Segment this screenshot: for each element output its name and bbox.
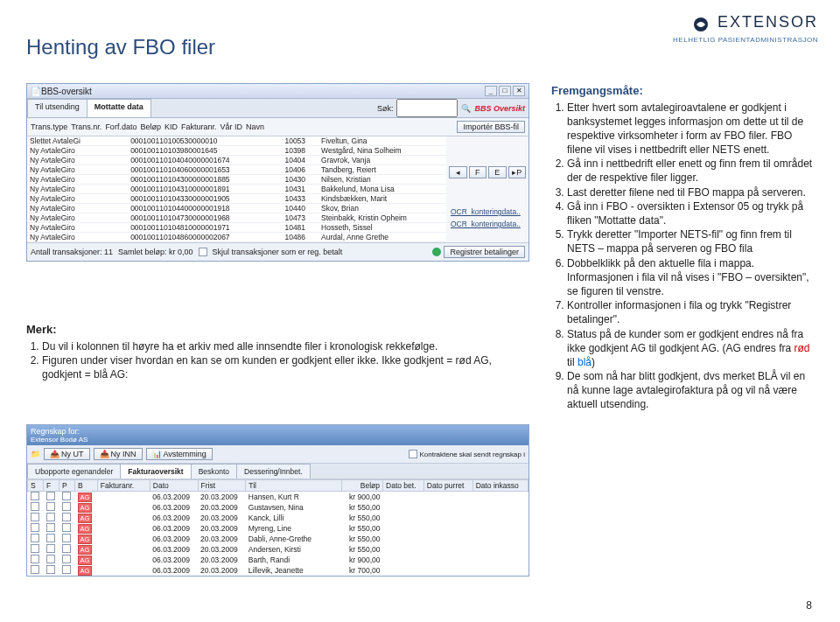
import-bbs-button[interactable]: Importér BBS-fil bbox=[457, 121, 525, 133]
table-row[interactable]: Ny AvtaleGiro00010011010398000164510398W… bbox=[27, 146, 446, 156]
col-fakturanr: Fakturanr. bbox=[181, 122, 217, 131]
transaction-count: Antall transaksjoner: 11 bbox=[31, 248, 113, 256]
brand-sub: HELHETLIG PASIENTADMINISTRASJON bbox=[673, 36, 818, 44]
table-row[interactable]: Ny AvtaleGiro000100110104810000001971104… bbox=[27, 223, 446, 233]
ag-badge: AG bbox=[78, 556, 93, 565]
minimize-button[interactable]: _ bbox=[485, 86, 497, 96]
table-row[interactable]: Ny AvtaleGiro000100110104330000001905104… bbox=[27, 194, 446, 204]
table-row[interactable]: AG06.03.200920.03.2009Dabli, Anne-Grethe… bbox=[28, 534, 528, 544]
fremgangsmate-section: Fremgangsmåte: Etter hvert som avtalegir… bbox=[551, 83, 814, 412]
table-row[interactable]: AG06.03.200920.03.2009Kanck, Lillikr 550… bbox=[28, 513, 528, 523]
table-row[interactable]: AG06.03.200920.03.2009Myreng, Linekr 550… bbox=[28, 523, 528, 534]
hide-paid-checkbox[interactable] bbox=[199, 248, 207, 256]
maximize-button[interactable]: □ bbox=[499, 86, 511, 96]
search-icon[interactable]: 🔍 bbox=[461, 104, 471, 113]
faktura-header: Regnskap for: Extensor Bodø AS bbox=[27, 425, 528, 445]
table-row[interactable]: AG06.03.200920.03.2009Andersen, Kirstikr… bbox=[28, 544, 528, 555]
table-row[interactable]: Slettet AvtaleGi000100110100530000010100… bbox=[27, 136, 446, 146]
tab-mottatte-data[interactable]: Mottatte data bbox=[87, 99, 151, 117]
merk-heading: Merk: bbox=[26, 322, 516, 338]
tab-til-utsending[interactable]: Til utsending bbox=[27, 99, 88, 117]
col-dato: Dato bbox=[150, 480, 198, 492]
search-label: Søk: bbox=[377, 104, 394, 113]
merk-section: Merk: Du vil i kolonnen til høyre ha et … bbox=[26, 322, 516, 381]
col-datobet: Dato bet. bbox=[383, 480, 424, 492]
nav-e-button[interactable]: E bbox=[488, 166, 507, 178]
bbs-data-table: Slettet AvtaleGi000100110100530000010100… bbox=[27, 136, 446, 242]
window-title: BBS-oversikt bbox=[41, 87, 485, 96]
ny-inn-button[interactable]: 📥 Ny INN bbox=[94, 448, 143, 460]
ag-badge: AG bbox=[78, 566, 93, 576]
register-payments-button[interactable]: Registrer betalinger bbox=[444, 246, 525, 258]
table-row[interactable]: Ny AvtaleGiro000100110104860000002067104… bbox=[27, 233, 446, 242]
col-transtype: Trans.type bbox=[31, 122, 67, 131]
table-row[interactable]: Ny AvtaleGiro000100110104400000001918104… bbox=[27, 204, 446, 213]
check-icon bbox=[432, 248, 441, 256]
folder-icon[interactable]: 📁 bbox=[31, 450, 40, 458]
file-link-1[interactable]: OCR_konteringdata.. bbox=[449, 206, 526, 217]
nav-p-button[interactable]: ▸P bbox=[508, 166, 527, 178]
tab-beskonto[interactable]: Beskonto bbox=[191, 464, 237, 479]
col-p: P bbox=[60, 480, 75, 492]
ag-badge: AG bbox=[78, 503, 93, 513]
frem-item: Last deretter filene ned til FBO mappa p… bbox=[567, 185, 814, 199]
frem-item: De som nå har blitt godkjent, dvs merket… bbox=[567, 369, 814, 412]
frem-item: Etter hvert som avtalegiroavtalene er go… bbox=[567, 101, 814, 157]
nav-first-button[interactable]: ◂ bbox=[449, 166, 467, 178]
tab-dessering[interactable]: Dessering/Innbet. bbox=[236, 464, 311, 479]
page-number: 8 bbox=[806, 599, 812, 612]
col-b: B bbox=[75, 480, 98, 492]
faktura-header-company: Extensor Bodø AS bbox=[31, 436, 525, 444]
col-frist: Frist bbox=[198, 480, 246, 492]
col-kid: KID bbox=[164, 122, 178, 131]
col-f: F bbox=[44, 480, 60, 492]
ag-badge: AG bbox=[78, 524, 93, 534]
window-titlebar: 📄 BBS-oversikt _ □ ✕ bbox=[27, 84, 528, 99]
ag-badge: AG bbox=[78, 493, 93, 502]
brand-logo: EXTENSOR HELHETLIG PASIENTADMINISTRASJON bbox=[673, 13, 818, 44]
table-row[interactable]: Ny AvtaleGiro000100110104730000001968104… bbox=[27, 213, 446, 223]
frem-item: Gå inn i FBO - oversikten i Extensor 05 … bbox=[567, 199, 814, 227]
ag-badge: AG bbox=[78, 545, 93, 555]
table-row[interactable]: AG06.03.200920.03.2009Hansen, Kurt Rkr 9… bbox=[28, 492, 528, 503]
merk-item: Du vil i kolonnen til høyre ha et arkiv … bbox=[42, 339, 516, 353]
col-s: S bbox=[28, 480, 44, 492]
table-row[interactable]: Ny AvtaleGiro000100110104310000001891104… bbox=[27, 185, 446, 194]
brand-name: EXTENSOR bbox=[718, 13, 818, 31]
col-vaarid: Vår ID bbox=[220, 122, 242, 131]
bbs-logo-text: BBS Oversikt bbox=[474, 104, 525, 113]
table-row[interactable]: AG06.03.200920.03.2009Lillevik, Jeanette… bbox=[28, 565, 528, 576]
table-row[interactable]: AG06.03.200920.03.2009Barth, Randikr 900… bbox=[28, 555, 528, 565]
page-title: Henting av FBO filer bbox=[26, 35, 215, 59]
tab-ubopporte[interactable]: Ubopporte egenandeler bbox=[27, 464, 121, 479]
col-forfdato: Forf.dato bbox=[105, 122, 136, 131]
tab-fakturaoversikt[interactable]: Fakturaoversikt bbox=[120, 464, 191, 479]
table-row[interactable]: AG06.03.200920.03.2009Gustavsen, Ninakr … bbox=[28, 502, 528, 513]
frem-item: Dobbelklikk på den aktuelle fila i mappa… bbox=[567, 256, 814, 299]
bbs-window: 📄 BBS-oversikt _ □ ✕ Til utsending Motta… bbox=[26, 83, 529, 262]
frem-item: Kontroller informasjonen i fila og trykk… bbox=[567, 298, 814, 326]
col-fakturanr: Fakturanr. bbox=[97, 480, 150, 492]
search-input[interactable] bbox=[396, 99, 458, 117]
close-button[interactable]: ✕ bbox=[513, 86, 525, 96]
avstemming-button[interactable]: 📊 Avstemming bbox=[146, 448, 213, 460]
hide-paid-label: Skjul transaksjoner som er reg. betalt bbox=[213, 248, 343, 256]
ny-ut-button[interactable]: 📤 Ny UT bbox=[44, 448, 90, 460]
table-row[interactable]: Ny AvtaleGiro000100110104040000001674104… bbox=[27, 156, 446, 165]
app-icon: 📄 bbox=[31, 87, 41, 96]
ag-badge: AG bbox=[78, 514, 93, 523]
col-datoinkasso: Dato inkasso bbox=[472, 480, 528, 492]
file-link-2[interactable]: OCR_konteringdata.. bbox=[449, 219, 526, 229]
frem-heading: Fremgangsmåte: bbox=[551, 83, 814, 99]
nav-f-button[interactable]: F bbox=[469, 166, 487, 178]
ag-badge: AG bbox=[78, 535, 93, 544]
table-row[interactable]: Ny AvtaleGiro000100110104060000001653104… bbox=[27, 165, 446, 175]
faktura-window: Regnskap for: Extensor Bodø AS 📁 📤 Ny UT… bbox=[26, 424, 529, 577]
col-til: Til bbox=[246, 480, 342, 492]
table-row[interactable]: Ny AvtaleGiro000100110104300000001885104… bbox=[27, 175, 446, 185]
kontrakt-note: Kontraktene skal sendt regnskap i bbox=[409, 450, 525, 458]
faktura-table: S F P B Fakturanr. Dato Frist Til Beløp … bbox=[27, 479, 528, 576]
merk-item: Figuren under viser hvordan en kan se om… bbox=[42, 353, 516, 381]
logo-icon bbox=[692, 16, 710, 33]
col-belop: Beløp bbox=[140, 122, 161, 131]
